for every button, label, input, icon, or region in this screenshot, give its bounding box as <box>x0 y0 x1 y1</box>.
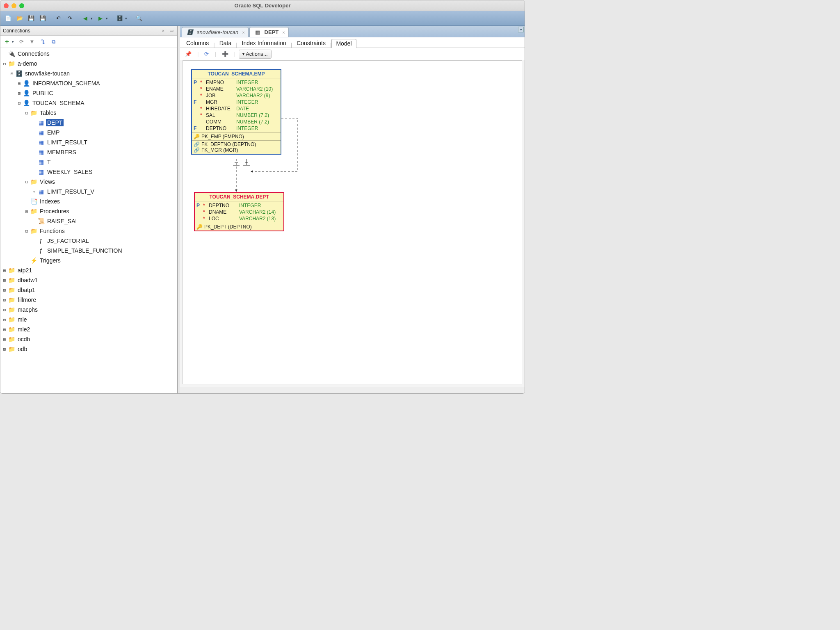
tree-folder-mle[interactable]: ⊞📁mle <box>0 315 177 324</box>
tree-indexes-folder[interactable]: 📑Indexes <box>0 196 177 206</box>
copy-icon: ⧉ <box>52 39 55 45</box>
twisty-icon[interactable]: ⊞ <box>2 317 7 322</box>
twisty-icon[interactable]: ⊟ <box>24 110 29 116</box>
reorder-button[interactable]: ⇅ <box>38 37 48 47</box>
tree-table-dept[interactable]: ▦DEPT <box>0 118 177 128</box>
panel-menu-button[interactable]: ▭ <box>168 27 175 34</box>
dropdown-icon[interactable]: ▾ <box>91 16 93 21</box>
close-tab-button[interactable]: × <box>282 30 285 35</box>
pin-button[interactable]: 📌 <box>183 50 194 59</box>
tree-connection-snowflake[interactable]: ⊟🗄️snowflake-toucan <box>0 68 177 78</box>
twisty-icon[interactable]: ⊞ <box>2 307 7 313</box>
refresh-button[interactable]: ⟳ <box>16 37 26 47</box>
tree-folder-fillmore[interactable]: ⊞📁fillmore <box>0 295 177 305</box>
tree-table-members[interactable]: ▦MEMBERS <box>0 147 177 157</box>
object-subtabs: Columns|Data|Index Information|Constrain… <box>180 37 525 48</box>
dropdown-icon[interactable]: ▾ <box>125 16 127 21</box>
save-button[interactable]: 💾 <box>26 13 37 24</box>
panel-close-button[interactable]: × <box>160 27 167 34</box>
tree-folder-dbatp1[interactable]: ⊞📁dbatp1 <box>0 285 177 295</box>
new-connection-button[interactable]: ＋ <box>2 37 12 47</box>
tree-schema-toucan_schema[interactable]: ⊟👤TOUCAN_SCHEMA <box>0 98 177 108</box>
twisty-icon[interactable]: ⊞ <box>2 288 7 293</box>
tree-root[interactable]: 🔌Connections <box>0 49 177 59</box>
tree-label: MEMBERS <box>46 148 78 156</box>
tree-tables-folder[interactable]: ⊟📁Tables <box>0 108 177 118</box>
tree-proc-raise_sal[interactable]: 📜RAISE_SAL <box>0 216 177 226</box>
twisty-icon[interactable]: ⊟ <box>2 61 7 66</box>
subtab-columns[interactable]: Columns <box>182 39 213 48</box>
tree-table-limit_result[interactable]: ▦LIMIT_RESULT <box>0 137 177 147</box>
tree-folder-mle2[interactable]: ⊞📁mle2 <box>0 324 177 334</box>
tree-folder-dbadw1[interactable]: ⊞📁dbadw1 <box>0 275 177 285</box>
subtab-model[interactable]: Model <box>331 39 356 48</box>
twisty-icon[interactable]: ⊞ <box>2 347 7 352</box>
twisty-icon[interactable]: ⊞ <box>2 337 7 342</box>
twisty-icon[interactable]: ⊟ <box>24 209 29 214</box>
close-window-button[interactable] <box>4 3 9 8</box>
subtab-index-information[interactable]: Index Information <box>237 39 291 48</box>
open-button[interactable]: 📂 <box>14 13 25 24</box>
tree-folder-a-demo[interactable]: ⊟📁a-demo <box>0 59 177 68</box>
subtab-constraints[interactable]: Constraints <box>292 39 330 48</box>
forward-icon: ▶ <box>98 15 103 21</box>
twisty-icon[interactable]: ⊟ <box>24 179 29 185</box>
dropdown-icon[interactable]: ▾ <box>12 40 14 44</box>
forward-button[interactable]: ▶ <box>95 13 106 24</box>
find-button[interactable]: 🔍 <box>134 13 144 24</box>
tree-views-folder[interactable]: ⊟📁Views <box>0 177 177 187</box>
refresh-model-button[interactable]: ⟳ <box>202 50 211 59</box>
model-canvas[interactable]: TOUCAN_SCHEMA.EMP P*EMPNOINTEGER*ENAMEVA… <box>183 60 522 384</box>
twisty-icon[interactable]: ⊟ <box>9 71 14 76</box>
titlebar: Oracle SQL Developer <box>0 0 525 11</box>
editor-tab-dept[interactable]: ▦ DEPT × <box>249 27 289 37</box>
twisty-icon[interactable]: ⊞ <box>17 91 22 96</box>
twisty-icon[interactable]: ⊟ <box>17 100 22 106</box>
sql-worksheet-button[interactable]: 🗄️ <box>114 13 125 24</box>
copy-button[interactable]: ⧉ <box>48 37 58 47</box>
tree-triggers-folder[interactable]: ⚡Triggers <box>0 256 177 265</box>
add-button[interactable]: ➕ <box>219 50 231 59</box>
tree-view-limit_result_v[interactable]: ⊞▦LIMIT_RESULT_V <box>0 187 177 196</box>
zoom-window-button[interactable] <box>19 3 24 8</box>
tree-functions-folder[interactable]: ⊟📁Functions <box>0 226 177 236</box>
new-button[interactable]: 📄 <box>3 13 14 24</box>
editor-tab-snowflake[interactable]: 🗄️ snowflake-toucan × <box>182 27 249 37</box>
tree-folder-macphs[interactable]: ⊞📁macphs <box>0 305 177 315</box>
tree-schema-information_schema[interactable]: ⊞👤INFORMATION_SCHEMA <box>0 78 177 88</box>
entity-dept[interactable]: TOUCAN_SCHEMA.DEPT P*DEPTNOINTEGER*DNAME… <box>194 192 284 231</box>
subtab-data[interactable]: Data <box>215 39 236 48</box>
tree-func-js_factorial[interactable]: ƒJS_FACTORIAL <box>0 236 177 246</box>
entity-emp[interactable]: TOUCAN_SCHEMA.EMP P*EMPNOINTEGER*ENAMEVA… <box>191 69 281 155</box>
twisty-icon[interactable]: ⊞ <box>17 81 22 86</box>
tree-table-weekly_sales[interactable]: ▦WEEKLY_SALES <box>0 167 177 177</box>
tree-folder-ocdb[interactable]: ⊞📁ocdb <box>0 334 177 344</box>
twisty-icon[interactable]: ⊞ <box>2 278 7 283</box>
tree-schema-public[interactable]: ⊞👤PUBLIC <box>0 88 177 98</box>
tree-procedures-folder[interactable]: ⊟📁Procedures <box>0 206 177 216</box>
twisty-icon[interactable]: ⊞ <box>2 268 7 273</box>
tree-table-emp[interactable]: ▦EMP <box>0 128 177 137</box>
tab-list-button[interactable]: ▾ <box>518 27 524 32</box>
tree-folder-atp21[interactable]: ⊞📁atp21 <box>0 265 177 275</box>
tab-label: snowflake-toucan <box>197 29 238 35</box>
twisty-icon[interactable]: ⊞ <box>32 189 37 194</box>
main-toolbar: 📄 📂 💾 💾 ↶ ↷ ◀▾ ▶▾ 🗄️▾ 🔍 <box>0 11 525 26</box>
tree-func-simple_table_function[interactable]: ƒSIMPLE_TABLE_FUNCTION <box>0 246 177 256</box>
save-all-button[interactable]: 💾 <box>37 13 48 24</box>
twisty-icon[interactable]: ⊟ <box>24 228 29 234</box>
undo-button[interactable]: ↶ <box>53 13 64 24</box>
filter-button[interactable]: ▼ <box>27 37 37 47</box>
twisty-icon[interactable]: ⊞ <box>2 297 7 303</box>
connections-tree[interactable]: 🔌Connections⊟📁a-demo⊟🗄️snowflake-toucan⊞… <box>0 48 177 393</box>
close-tab-button[interactable]: × <box>242 30 244 35</box>
actions-menu[interactable]: ▾Actions... <box>239 50 271 59</box>
back-button[interactable]: ◀ <box>80 13 91 24</box>
dropdown-icon[interactable]: ▾ <box>106 16 108 21</box>
tree-table-t[interactable]: ▦T <box>0 157 177 167</box>
horizontal-scrollbar[interactable] <box>180 387 525 393</box>
minimize-window-button[interactable] <box>11 3 16 8</box>
redo-button[interactable]: ↷ <box>64 13 75 24</box>
twisty-icon[interactable]: ⊞ <box>2 327 7 332</box>
tree-folder-odb[interactable]: ⊞📁odb <box>0 344 177 354</box>
